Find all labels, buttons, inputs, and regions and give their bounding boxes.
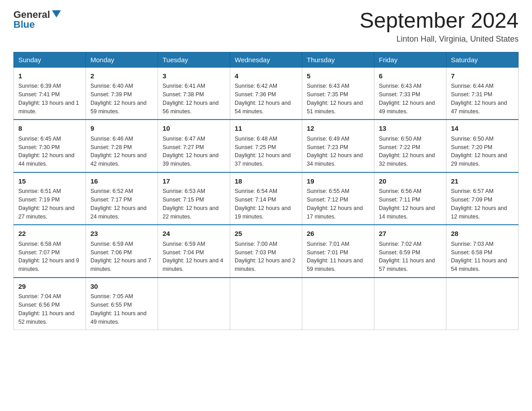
day-number: 10 xyxy=(163,124,225,134)
day-number: 4 xyxy=(235,71,297,81)
day-number: 14 xyxy=(451,124,514,134)
calendar-cell: 26 Sunrise: 7:01 AMSunset: 7:01 PMDaylig… xyxy=(302,225,374,278)
logo-triangle xyxy=(52,10,61,17)
day-info: Sunrise: 6:57 AMSunset: 7:09 PMDaylight:… xyxy=(451,187,514,221)
calendar-cell: 16 Sunrise: 6:52 AMSunset: 7:17 PMDaylig… xyxy=(86,172,158,225)
calendar-cell: 6 Sunrise: 6:43 AMSunset: 7:33 PMDayligh… xyxy=(374,67,446,120)
day-number: 18 xyxy=(235,176,297,187)
day-info: Sunrise: 6:43 AMSunset: 7:33 PMDaylight:… xyxy=(379,82,442,116)
calendar-cell: 20 Sunrise: 6:56 AMSunset: 7:11 PMDaylig… xyxy=(374,172,446,225)
calendar-week-row: 29 Sunrise: 7:04 AMSunset: 6:56 PMDaylig… xyxy=(14,278,519,330)
calendar-cell: 29 Sunrise: 7:04 AMSunset: 6:56 PMDaylig… xyxy=(14,278,86,330)
day-number: 6 xyxy=(379,71,442,81)
day-number: 5 xyxy=(307,71,369,81)
day-info: Sunrise: 6:49 AMSunset: 7:23 PMDaylight:… xyxy=(307,135,369,168)
calendar-cell: 23 Sunrise: 6:59 AMSunset: 7:06 PMDaylig… xyxy=(86,225,158,278)
calendar-cell xyxy=(446,278,519,330)
day-info: Sunrise: 6:41 AMSunset: 7:38 PMDaylight:… xyxy=(163,82,225,116)
calendar-cell xyxy=(230,278,302,330)
calendar-cell: 17 Sunrise: 6:53 AMSunset: 7:15 PMDaylig… xyxy=(158,172,230,225)
day-info: Sunrise: 7:04 AMSunset: 6:56 PMDaylight:… xyxy=(18,292,81,326)
day-info: Sunrise: 6:45 AMSunset: 7:30 PMDaylight:… xyxy=(18,135,81,168)
day-info: Sunrise: 6:55 AMSunset: 7:12 PMDaylight:… xyxy=(307,187,369,221)
day-info: Sunrise: 7:02 AMSunset: 6:59 PMDaylight:… xyxy=(379,240,442,274)
day-number: 21 xyxy=(451,176,514,187)
day-info: Sunrise: 6:58 AMSunset: 7:07 PMDaylight:… xyxy=(18,240,81,274)
calendar-cell: 3 Sunrise: 6:41 AMSunset: 7:38 PMDayligh… xyxy=(158,67,230,120)
calendar-cell: 9 Sunrise: 6:46 AMSunset: 7:28 PMDayligh… xyxy=(86,120,158,172)
calendar-cell: 12 Sunrise: 6:49 AMSunset: 7:23 PMDaylig… xyxy=(302,120,374,172)
day-number: 3 xyxy=(163,71,225,81)
weekday-header-tuesday: Tuesday xyxy=(158,52,230,67)
day-info: Sunrise: 6:59 AMSunset: 7:04 PMDaylight:… xyxy=(163,240,225,274)
calendar-cell xyxy=(158,278,230,330)
day-info: Sunrise: 6:42 AMSunset: 7:36 PMDaylight:… xyxy=(235,82,297,116)
calendar-cell: 30 Sunrise: 7:05 AMSunset: 6:55 PMDaylig… xyxy=(86,278,158,330)
calendar-cell: 15 Sunrise: 6:51 AMSunset: 7:19 PMDaylig… xyxy=(14,172,86,225)
day-info: Sunrise: 6:51 AMSunset: 7:19 PMDaylight:… xyxy=(18,187,81,221)
day-number: 1 xyxy=(18,71,81,81)
calendar-cell: 21 Sunrise: 6:57 AMSunset: 7:09 PMDaylig… xyxy=(446,172,519,225)
calendar-week-row: 8 Sunrise: 6:45 AMSunset: 7:30 PMDayligh… xyxy=(14,120,519,172)
month-title: September 2024 xyxy=(360,9,519,33)
day-number: 9 xyxy=(90,124,153,134)
logo-blue-text: Blue xyxy=(13,19,35,30)
day-info: Sunrise: 6:52 AMSunset: 7:17 PMDaylight:… xyxy=(90,187,153,221)
calendar-cell xyxy=(302,278,374,330)
weekday-header-friday: Friday xyxy=(374,52,446,67)
day-info: Sunrise: 6:56 AMSunset: 7:11 PMDaylight:… xyxy=(379,187,442,221)
calendar-cell: 27 Sunrise: 7:02 AMSunset: 6:59 PMDaylig… xyxy=(374,225,446,278)
day-number: 30 xyxy=(90,282,153,292)
day-number: 12 xyxy=(307,124,369,134)
day-number: 16 xyxy=(90,176,153,187)
day-number: 17 xyxy=(163,176,225,187)
day-info: Sunrise: 6:43 AMSunset: 7:35 PMDaylight:… xyxy=(307,82,369,116)
calendar-table: SundayMondayTuesdayWednesdayThursdayFrid… xyxy=(13,52,519,330)
calendar-cell: 5 Sunrise: 6:43 AMSunset: 7:35 PMDayligh… xyxy=(302,67,374,120)
calendar-cell: 11 Sunrise: 6:48 AMSunset: 7:25 PMDaylig… xyxy=(230,120,302,172)
weekday-header-monday: Monday xyxy=(86,52,158,67)
day-number: 26 xyxy=(307,229,369,239)
calendar-week-row: 22 Sunrise: 6:58 AMSunset: 7:07 PMDaylig… xyxy=(14,225,519,278)
day-number: 22 xyxy=(18,229,81,239)
logo: General Blue xyxy=(13,9,61,30)
day-number: 19 xyxy=(307,176,369,187)
calendar-cell: 4 Sunrise: 6:42 AMSunset: 7:36 PMDayligh… xyxy=(230,67,302,120)
calendar-week-row: 1 Sunrise: 6:39 AMSunset: 7:41 PMDayligh… xyxy=(14,67,519,120)
day-info: Sunrise: 6:48 AMSunset: 7:25 PMDaylight:… xyxy=(235,135,297,168)
page-header: General Blue September 2024 Linton Hall,… xyxy=(13,9,519,44)
calendar-week-row: 15 Sunrise: 6:51 AMSunset: 7:19 PMDaylig… xyxy=(14,172,519,225)
day-info: Sunrise: 6:54 AMSunset: 7:14 PMDaylight:… xyxy=(235,187,297,221)
calendar-cell: 24 Sunrise: 6:59 AMSunset: 7:04 PMDaylig… xyxy=(158,225,230,278)
calendar-cell: 14 Sunrise: 6:50 AMSunset: 7:20 PMDaylig… xyxy=(446,120,519,172)
calendar-cell: 7 Sunrise: 6:44 AMSunset: 7:31 PMDayligh… xyxy=(446,67,519,120)
calendar-cell: 8 Sunrise: 6:45 AMSunset: 7:30 PMDayligh… xyxy=(14,120,86,172)
day-number: 20 xyxy=(379,176,442,187)
day-info: Sunrise: 7:05 AMSunset: 6:55 PMDaylight:… xyxy=(90,292,153,326)
day-info: Sunrise: 6:44 AMSunset: 7:31 PMDaylight:… xyxy=(451,82,514,116)
calendar-cell: 18 Sunrise: 6:54 AMSunset: 7:14 PMDaylig… xyxy=(230,172,302,225)
weekday-header-saturday: Saturday xyxy=(446,52,519,67)
calendar-cell: 10 Sunrise: 6:47 AMSunset: 7:27 PMDaylig… xyxy=(158,120,230,172)
day-number: 11 xyxy=(235,124,297,134)
day-info: Sunrise: 6:50 AMSunset: 7:20 PMDaylight:… xyxy=(451,135,514,168)
weekday-header-thursday: Thursday xyxy=(302,52,374,67)
calendar-cell: 28 Sunrise: 7:03 AMSunset: 6:58 PMDaylig… xyxy=(446,225,519,278)
day-info: Sunrise: 6:40 AMSunset: 7:39 PMDaylight:… xyxy=(90,82,153,116)
weekday-header-row: SundayMondayTuesdayWednesdayThursdayFrid… xyxy=(14,52,519,67)
day-number: 8 xyxy=(18,124,81,134)
day-info: Sunrise: 7:03 AMSunset: 6:58 PMDaylight:… xyxy=(451,240,514,274)
calendar-cell xyxy=(374,278,446,330)
location: Linton Hall, Virginia, United States xyxy=(360,34,519,44)
day-info: Sunrise: 7:01 AMSunset: 7:01 PMDaylight:… xyxy=(307,240,369,274)
day-number: 27 xyxy=(379,229,442,239)
calendar-cell: 22 Sunrise: 6:58 AMSunset: 7:07 PMDaylig… xyxy=(14,225,86,278)
day-info: Sunrise: 6:53 AMSunset: 7:15 PMDaylight:… xyxy=(163,187,225,221)
weekday-header-wednesday: Wednesday xyxy=(230,52,302,67)
day-number: 28 xyxy=(451,229,514,239)
day-number: 7 xyxy=(451,71,514,81)
day-number: 29 xyxy=(18,282,81,292)
calendar-cell: 25 Sunrise: 7:00 AMSunset: 7:03 PMDaylig… xyxy=(230,225,302,278)
day-info: Sunrise: 6:39 AMSunset: 7:41 PMDaylight:… xyxy=(18,82,81,116)
day-info: Sunrise: 6:46 AMSunset: 7:28 PMDaylight:… xyxy=(90,135,153,168)
